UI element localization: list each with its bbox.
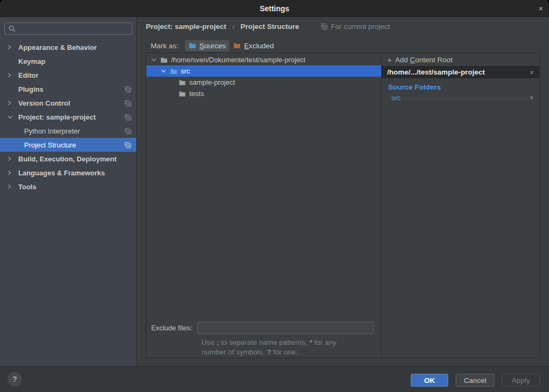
source-folder-name: src <box>391 94 400 102</box>
folder-icon <box>179 79 186 86</box>
sidebar-item-label: Languages & Frameworks <box>18 169 105 177</box>
title-bar: Settings × <box>0 0 549 17</box>
current-project-icon <box>124 114 131 121</box>
content-root-item[interactable]: /home/.../test/sample-project × <box>382 66 539 78</box>
sidebar-item-project-structure[interactable]: Project Structure <box>0 138 136 152</box>
plus-icon: + <box>387 56 392 64</box>
mark-excluded-button[interactable]: Excluded <box>229 40 278 51</box>
sidebar-item-label: Python Interpreter <box>24 127 80 135</box>
tree-row-label: /home/sven/Dokumente/test/sample-project <box>171 56 306 64</box>
sidebar-item-plugins[interactable]: Plugins <box>0 82 136 96</box>
chevron-right-icon[interactable] <box>7 169 18 176</box>
sidebar-item-tools[interactable]: Tools <box>0 180 136 194</box>
sidebar-item-project-sample-project[interactable]: Project: sample-project <box>0 110 136 124</box>
exclude-files-label: Exclude files: <box>151 324 192 332</box>
tree-row-label: tests <box>189 90 204 98</box>
search-icon <box>9 25 16 32</box>
help-button[interactable]: ? <box>8 372 22 387</box>
sidebar-item-label: Keymap <box>18 57 46 65</box>
sidebar-item-appearance-behavior[interactable]: Appearance & Behavior <box>0 40 136 54</box>
current-project-icon <box>321 23 328 30</box>
content-roots-panel: + Add Content Root /home/.../test/sample… <box>381 53 540 358</box>
tree-row-label: src <box>181 67 190 75</box>
folder-icon <box>179 91 186 97</box>
dotted-leader <box>403 99 527 99</box>
exclude-files-hint: Use ; to separate name patterns, * for a… <box>202 338 336 357</box>
sidebar-item-label: Editor <box>18 71 39 79</box>
dialog-title: Settings <box>0 0 549 17</box>
current-project-icon <box>124 100 131 107</box>
remove-source-folder-icon[interactable]: × <box>530 93 534 102</box>
source-folder-icon <box>189 42 196 49</box>
sidebar-item-label: Tools <box>18 183 36 191</box>
search-box[interactable] <box>4 23 132 35</box>
exclude-files-row: Exclude files: <box>151 322 374 334</box>
chevron-right-icon[interactable] <box>7 72 18 78</box>
sidebar-item-label: Version Control <box>18 99 70 107</box>
sidebar-item-version-control[interactable]: Version Control <box>0 96 136 110</box>
scope-indicator: For current project <box>321 23 390 31</box>
chevron-down-icon[interactable] <box>151 57 157 62</box>
exclude-files-input[interactable] <box>197 322 374 334</box>
current-project-icon <box>124 142 131 149</box>
sidebar-item-build-execution-deployment[interactable]: Build, Execution, Deployment <box>0 152 136 166</box>
source-folder-icon <box>170 68 177 75</box>
close-icon[interactable]: × <box>538 0 543 17</box>
folder-icon <box>160 57 168 63</box>
breadcrumb-project[interactable]: Project: sample-project <box>146 23 226 31</box>
footer-buttons: OK Cancel Apply <box>411 374 540 387</box>
chevron-down-icon[interactable] <box>7 115 18 120</box>
sidebar-item-editor[interactable]: Editor <box>0 68 136 82</box>
tree-row-content-root[interactable]: /home/sven/Dokumente/test/sample-project <box>146 54 381 65</box>
chevron-right-icon[interactable] <box>7 183 18 190</box>
add-content-root-button[interactable]: + Add Content Root <box>382 53 539 66</box>
sidebar-item-label: Appearance & Behavior <box>18 43 97 51</box>
ok-button[interactable]: OK <box>411 374 448 387</box>
sidebar-item-label: Build, Execution, Deployment <box>18 155 116 163</box>
source-folders-heading: Source Folders <box>388 83 539 91</box>
breadcrumb-separator-icon: › <box>232 23 234 31</box>
chevron-right-icon[interactable] <box>7 156 18 162</box>
chevron-down-icon[interactable] <box>160 69 167 73</box>
chevron-right-icon[interactable] <box>7 100 18 106</box>
breadcrumb: Project: sample-project › Project Struct… <box>146 19 390 33</box>
sidebar-item-label: Project Structure <box>24 141 76 149</box>
settings-tree: Appearance & Behavior Keymap Editor Plug… <box>0 40 136 194</box>
mark-as-label: Mark as: <box>151 42 179 50</box>
tree-row-label: sample-project <box>189 78 235 86</box>
cancel-button[interactable]: Cancel <box>456 374 494 387</box>
sidebar-item-label: Plugins <box>18 85 43 93</box>
dialog-footer: ? OK Cancel Apply <box>0 366 549 392</box>
sidebar-item-keymap[interactable]: Keymap <box>0 54 136 68</box>
excluded-folder-icon <box>233 42 241 49</box>
file-tree: /home/sven/Dokumente/test/sample-project… <box>146 54 381 99</box>
current-project-icon <box>124 86 131 93</box>
tree-row-src-selected[interactable]: src <box>146 65 381 77</box>
mark-as-toolbar: Mark as: Sources Excluded <box>151 39 278 53</box>
sidebar-item-python-interpreter[interactable]: Python Interpreter <box>0 124 136 138</box>
breadcrumb-page: Project Structure <box>240 23 299 31</box>
current-project-icon <box>124 128 131 135</box>
sidebar-item-label: Project: sample-project <box>18 113 96 121</box>
sidebar-item-languages-frameworks[interactable]: Languages & Frameworks <box>0 166 136 180</box>
content-root-path: /home/.../test/sample-project <box>387 68 485 76</box>
mark-sources-button[interactable]: Sources <box>185 40 230 51</box>
content-root-tree-panel: /home/sven/Dokumente/test/sample-project… <box>146 53 382 358</box>
tree-row-sample-project[interactable]: sample-project <box>146 77 381 88</box>
remove-content-root-icon[interactable]: × <box>530 68 534 77</box>
tree-row-tests[interactable]: tests <box>146 88 381 99</box>
scope-label: For current project <box>331 23 390 31</box>
settings-dialog: Settings × Appearance & Behavior Keymap … <box>0 0 549 392</box>
source-folder-item[interactable]: src × <box>391 93 534 102</box>
settings-sidebar: Appearance & Behavior Keymap Editor Plug… <box>0 17 137 366</box>
chevron-right-icon[interactable] <box>7 44 18 50</box>
question-mark-icon: ? <box>12 375 17 383</box>
search-input[interactable] <box>19 24 128 33</box>
apply-button[interactable]: Apply <box>502 374 540 387</box>
